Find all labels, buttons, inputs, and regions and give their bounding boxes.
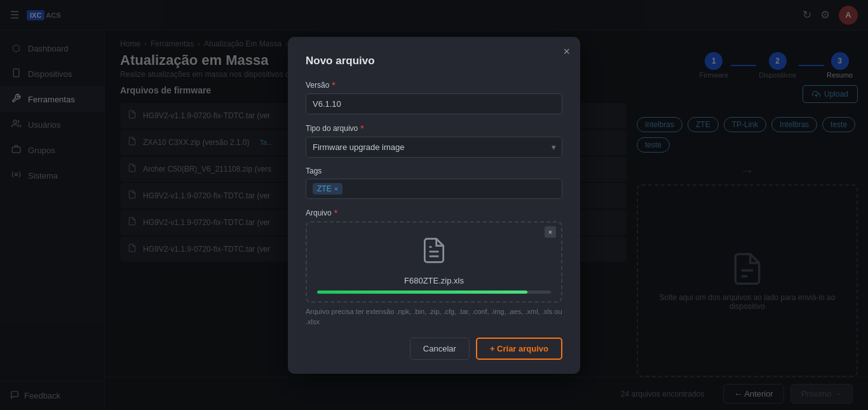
file-name: F680ZTE.zip.xls <box>317 276 551 285</box>
tag-zte-badge: ZTE × <box>313 183 342 195</box>
modal: Novo arquivo × Versão * Tipo do arquivo … <box>288 37 580 374</box>
progress-bar <box>317 290 551 294</box>
required-indicator-2: * <box>360 123 363 133</box>
file-type-select[interactable]: Firmware upgrade image Configuration fil… <box>306 137 562 158</box>
required-indicator-3: * <box>334 208 337 218</box>
modal-title: Novo arquivo <box>306 55 562 67</box>
file-document-icon <box>317 234 551 273</box>
tag-remove-icon[interactable]: × <box>334 185 338 193</box>
file-remove-button[interactable]: × <box>545 226 556 238</box>
required-indicator: * <box>332 80 335 90</box>
file-type-select-wrapper: Firmware upgrade image Configuration fil… <box>306 137 562 158</box>
modal-footer: Cancelar + Criar arquivo <box>306 338 562 360</box>
version-label: Versão * <box>306 80 562 90</box>
modal-close-button[interactable]: × <box>563 46 570 57</box>
progress-bar-fill <box>317 290 527 294</box>
file-upload-label: Arquivo * <box>306 208 562 218</box>
file-type-label: Tipo do arquivo * <box>306 123 562 133</box>
file-hint: Arquivo precisa ter extensão .npk, .bin,… <box>306 306 562 327</box>
file-upload-area[interactable]: × F680ZTE.zip.xls <box>306 221 562 303</box>
create-file-button[interactable]: + Criar arquivo <box>476 338 562 360</box>
tags-label: Tags <box>306 167 562 175</box>
version-input[interactable] <box>306 93 562 114</box>
tags-input-area[interactable]: ZTE × <box>306 179 562 199</box>
modal-overlay: Novo arquivo × Versão * Tipo do arquivo … <box>0 0 868 410</box>
cancel-button[interactable]: Cancelar <box>410 338 470 360</box>
